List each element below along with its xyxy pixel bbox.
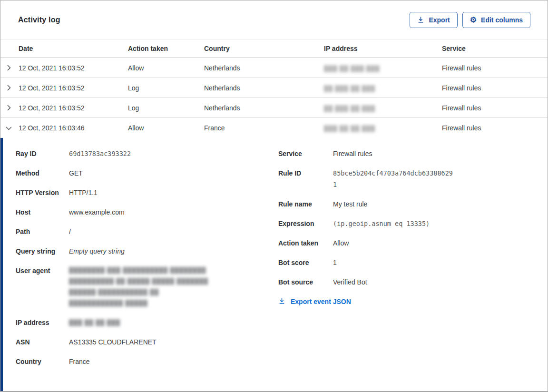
field-label: Bot source — [278, 276, 333, 288]
method-value: GET — [69, 167, 83, 179]
bot-score-value: 1 — [333, 257, 337, 268]
field-label: Method — [16, 167, 69, 179]
table-row[interactable]: 12 Oct, 2021 16:03:52 Allow Netherlands … — [0, 58, 548, 78]
event-detail-panel: Ray ID69d13783ac393322 MethodGET HTTP Ve… — [0, 138, 548, 391]
cell-country: France — [204, 124, 324, 132]
field-label: IP address — [16, 317, 69, 328]
field-label: HTTP Version — [16, 187, 69, 198]
ray-id-value: 69d13783ac393322 — [69, 148, 131, 159]
ip-address-value-redacted: ███ ██ ██ ███ — [69, 317, 120, 328]
field-label: Action taken — [278, 237, 333, 249]
bot-source-value: Verified Bot — [333, 276, 367, 288]
action-taken-value: Allow — [333, 237, 349, 249]
cell-ip-address: ███ ██ ██ ███ — [324, 124, 442, 132]
header-bar: Activity log Export ⚙ Edit columns — [0, 0, 548, 39]
service-value: Firewall rules — [333, 148, 372, 159]
page-title: Activity log — [18, 16, 60, 24]
field-label: Service — [278, 148, 333, 159]
field-label: User agent — [16, 265, 69, 309]
field-label: Query string — [16, 245, 69, 257]
table-header-row: Date Action taken Country IP address Ser… — [0, 39, 548, 58]
cell-date: 12 Oct, 2021 16:03:52 — [19, 104, 128, 112]
host-value: www.example.com — [69, 206, 125, 218]
column-header-ip-address: IP address — [324, 45, 442, 52]
column-header-action-taken: Action taken — [128, 45, 204, 52]
redacted-ip: ██ ███ ██ ███ — [324, 85, 375, 92]
asn-value: AS13335 CLOUDFLARENET — [69, 336, 157, 348]
user-agent-value-redacted: ████████ ███ ██████████ ████████ ███████… — [69, 265, 208, 309]
export-event-json-label: Export event JSON — [291, 298, 351, 305]
download-icon — [278, 297, 285, 306]
export-event-json-link[interactable]: Export event JSON — [278, 297, 351, 306]
http-version-value: HTTP/1.1 — [69, 187, 98, 198]
cell-action-taken: Log — [128, 104, 204, 112]
edit-columns-button[interactable]: ⚙ Edit columns — [462, 12, 530, 28]
cell-country: Netherlands — [204, 64, 324, 72]
field-label: Rule ID — [278, 167, 333, 190]
field-label: Host — [16, 206, 69, 218]
chevron-down-icon[interactable] — [0, 125, 19, 132]
cell-service: Firewall rules — [442, 64, 548, 72]
rule-name-value: My test rule — [333, 198, 367, 210]
column-header-country: Country — [204, 45, 324, 52]
field-label: Bot score — [278, 257, 333, 268]
cell-service: Firewall rules — [442, 124, 548, 132]
chevron-right-icon[interactable] — [0, 104, 19, 111]
event-detail-left-column: Ray ID69d13783ac393322 MethodGET HTTP Ve… — [16, 148, 278, 391]
field-label: Ray ID — [16, 148, 69, 159]
cell-country: Netherlands — [204, 104, 324, 112]
field-label: Expression — [278, 218, 333, 229]
field-label: Path — [16, 226, 69, 237]
chevron-right-icon[interactable] — [0, 84, 19, 91]
export-button-label: Export — [429, 16, 450, 24]
cell-ip-address: ██ ███ ██ ███ — [324, 84, 442, 92]
redacted-ip: ███ ██ ███ ███ — [324, 65, 380, 72]
cell-service: Firewall rules — [442, 84, 548, 92]
path-value: / — [69, 226, 71, 237]
table-row-expanded[interactable]: 12 Oct, 2021 16:03:46 Allow France ███ █… — [0, 118, 548, 138]
gear-icon: ⚙ — [470, 16, 477, 24]
column-header-service: Service — [442, 45, 548, 52]
toolbar-actions: Export ⚙ Edit columns — [410, 12, 530, 28]
cell-date: 12 Oct, 2021 16:03:52 — [19, 64, 128, 72]
field-label: ASN — [16, 336, 69, 348]
cell-action-taken: Allow — [128, 64, 204, 72]
field-label: Rule name — [278, 198, 333, 210]
rule-id-value: 85bce5b204cf4703a764dcb633886291 — [333, 167, 455, 190]
cell-action-taken: Log — [128, 84, 204, 92]
redacted-ip: ██ ███ ██ ███ — [324, 105, 375, 112]
cell-date: 12 Oct, 2021 16:03:52 — [19, 84, 128, 92]
cell-service: Firewall rules — [442, 104, 548, 112]
redacted-ip: ███ ██ ██ ███ — [324, 125, 375, 132]
activity-log-panel: Activity log Export ⚙ Edit columns Date … — [0, 0, 548, 392]
export-button[interactable]: Export — [410, 12, 457, 28]
column-header-date: Date — [19, 45, 128, 52]
table-row[interactable]: 12 Oct, 2021 16:03:52 Log Netherlands ██… — [0, 98, 548, 118]
cell-country: Netherlands — [204, 84, 324, 92]
edit-columns-button-label: Edit columns — [481, 16, 523, 24]
query-string-value: Empty query string — [69, 245, 125, 257]
cell-action-taken: Allow — [128, 124, 204, 132]
table-row[interactable]: 12 Oct, 2021 16:03:52 Log Netherlands ██… — [0, 78, 548, 98]
cell-date: 12 Oct, 2021 16:03:46 — [19, 124, 128, 132]
chevron-right-icon[interactable] — [0, 64, 19, 71]
download-icon — [417, 16, 424, 23]
event-detail-right-column: ServiceFirewall rules Rule ID85bce5b204c… — [278, 148, 533, 391]
cell-ip-address: ██ ███ ██ ███ — [324, 104, 442, 112]
field-label: Country — [16, 356, 69, 367]
country-value: France — [69, 356, 90, 367]
expression-value: (ip.geoip.asnum eq 13335) — [333, 218, 430, 229]
cell-ip-address: ███ ██ ███ ███ — [324, 64, 442, 72]
